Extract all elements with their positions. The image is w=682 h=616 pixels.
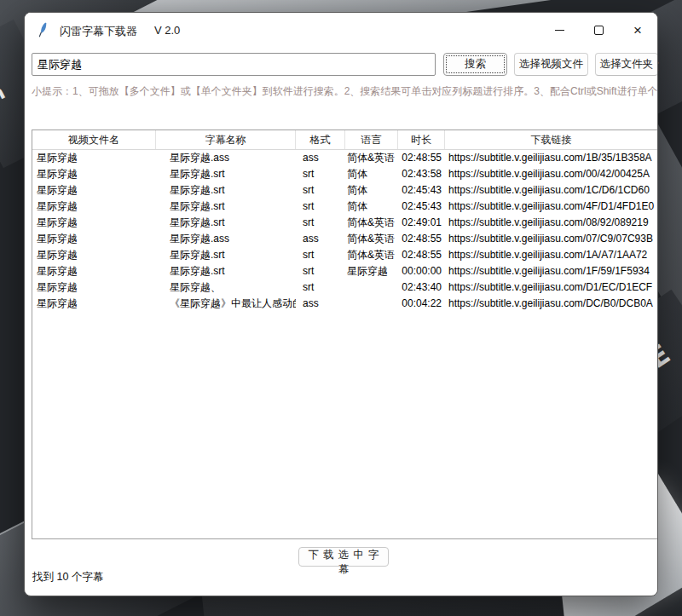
table-row[interactable]: 星际穿越 星际穿越.ass ass 简体&英语 02:48:55 https:/…: [32, 150, 657, 166]
cell-download-link: https://subtitle.v.geilijiasu.com/1A/A7/…: [445, 247, 657, 263]
cell-duration: 00:00:00: [398, 263, 445, 279]
cell-duration: 00:04:22: [398, 296, 445, 312]
column-header-language[interactable]: 语言: [345, 130, 398, 149]
cell-language: 简体&英语: [345, 215, 398, 231]
cell-video-filename: 星际穿越: [32, 215, 156, 231]
close-button[interactable]: ×: [618, 13, 657, 47]
cell-download-link: https://subtitle.v.geilijiasu.com/1F/59/…: [445, 263, 657, 279]
cell-subtitle-name: 星际穿越、: [156, 279, 296, 296]
cell-subtitle-name: 星际穿越.srt: [156, 199, 296, 215]
desktop: nea en err WE 闪雷字幕下载器 V 2.0 × 搜索 选择视频文件 …: [0, 0, 682, 616]
table-row[interactable]: 星际穿越 星际穿越.ass ass 简体&英语 02:48:55 https:/…: [32, 231, 657, 247]
cell-language: 简体&英语: [345, 231, 398, 247]
cell-video-filename: 星际穿越: [32, 247, 156, 263]
wallpaper-text: en: [0, 80, 9, 114]
cell-download-link: https://subtitle.v.geilijiasu.com/4F/D1/…: [445, 199, 657, 215]
cell-duration: 02:43:40: [398, 279, 445, 296]
table-row[interactable]: 星际穿越 《星际穿越》中最让人感动的, ass 00:04:22 https:/…: [32, 296, 657, 312]
cell-format: ass: [296, 296, 345, 312]
cell-format: srt: [296, 247, 345, 263]
cell-download-link: https://subtitle.v.geilijiasu.com/1B/35/…: [445, 150, 657, 166]
cell-language: 简体: [345, 182, 398, 199]
close-icon: ×: [633, 23, 642, 37]
cell-subtitle-name: 星际穿越.ass: [156, 150, 296, 166]
cell-duration: 02:45:43: [398, 182, 445, 199]
cell-video-filename: 星际穿越: [32, 296, 156, 312]
column-header-format[interactable]: 格式: [296, 130, 345, 149]
cell-subtitle-name: 星际穿越.srt: [156, 215, 296, 231]
column-header-video-filename[interactable]: 视频文件名: [32, 130, 156, 149]
search-input[interactable]: [32, 53, 436, 76]
table-row[interactable]: 星际穿越 星际穿越.srt srt 简体 02:45:43 https://su…: [32, 182, 657, 199]
cell-format: srt: [296, 215, 345, 231]
cell-subtitle-name: 星际穿越.srt: [156, 182, 296, 199]
table-row[interactable]: 星际穿越 星际穿越.srt srt 简体 02:45:43 https://su…: [32, 199, 657, 215]
cell-language: 简体&英语: [345, 150, 398, 166]
cell-duration: 02:48:55: [398, 150, 445, 166]
cell-subtitle-name: 星际穿越.srt: [156, 247, 296, 263]
minimize-icon: [555, 30, 564, 31]
cell-download-link: https://subtitle.v.geilijiasu.com/D1/EC/…: [445, 279, 657, 296]
cell-download-link: https://subtitle.v.geilijiasu.com/07/C9/…: [445, 231, 657, 247]
cell-language: [345, 279, 398, 296]
cell-language: 简体&英语: [345, 247, 398, 263]
column-header-duration[interactable]: 时长: [398, 130, 445, 149]
cell-video-filename: 星际穿越: [32, 182, 156, 199]
tips-text: 小提示：1、可拖放【多个文件】或【单个文件夹】到软件进行搜索。2、搜索结果可单击…: [32, 84, 658, 99]
search-button[interactable]: 搜索: [443, 53, 507, 76]
cell-format: ass: [296, 150, 345, 166]
app-window: 闪雷字幕下载器 V 2.0 × 搜索 选择视频文件 选择文件夹 小提示：1、可拖…: [24, 12, 658, 596]
cell-language: 简体: [345, 199, 398, 215]
cell-subtitle-name: 星际穿越.srt: [156, 166, 296, 182]
app-title: 闪雷字幕下载器: [60, 24, 137, 39]
maximize-icon: [594, 26, 604, 35]
table-row[interactable]: 星际穿越 星际穿越.srt srt 简体&英语 02:48:55 https:/…: [32, 247, 657, 263]
cell-format: srt: [296, 182, 345, 199]
table-body: 星际穿越 星际穿越.ass ass 简体&英语 02:48:55 https:/…: [32, 150, 657, 312]
cell-duration: 02:48:55: [398, 231, 445, 247]
select-folder-button[interactable]: 选择文件夹: [595, 53, 658, 76]
cell-subtitle-name: 《星际穿越》中最让人感动的,: [156, 296, 296, 312]
table-row[interactable]: 星际穿越 星际穿越、 srt 02:43:40 https://subtitle…: [32, 279, 657, 296]
cell-video-filename: 星际穿越: [32, 150, 156, 166]
cell-download-link: https://subtitle.v.geilijiasu.com/08/92/…: [445, 215, 657, 231]
cell-format: ass: [296, 231, 345, 247]
minimize-button[interactable]: [540, 13, 579, 47]
cell-download-link: https://subtitle.v.geilijiasu.com/DC/B0/…: [445, 296, 657, 312]
cell-video-filename: 星际穿越: [32, 231, 156, 247]
column-header-download-link[interactable]: 下载链接: [445, 130, 657, 149]
cell-duration: 02:43:58: [398, 166, 445, 182]
table-row[interactable]: 星际穿越 星际穿越.srt srt 星际穿越 00:00:00 https://…: [32, 263, 657, 279]
cell-duration: 02:45:43: [398, 199, 445, 215]
cell-video-filename: 星际穿越: [32, 263, 156, 279]
table-header: 视频文件名 字幕名称 格式 语言 时长 下载链接: [32, 130, 657, 150]
feather-app-icon: [36, 22, 49, 37]
cell-subtitle-name: 星际穿越.ass: [156, 231, 296, 247]
maximize-button[interactable]: [579, 13, 618, 47]
cell-format: srt: [296, 199, 345, 215]
cell-duration: 02:48:55: [398, 247, 445, 263]
cell-duration: 02:49:01: [398, 215, 445, 231]
column-header-subtitle-name[interactable]: 字幕名称: [156, 130, 296, 149]
cell-format: srt: [296, 166, 345, 182]
cell-format: srt: [296, 279, 345, 296]
cell-video-filename: 星际穿越: [32, 166, 156, 182]
cell-video-filename: 星际穿越: [32, 199, 156, 215]
cell-language: 简体: [345, 166, 398, 182]
cell-subtitle-name: 星际穿越.srt: [156, 263, 296, 279]
results-table: 视频文件名 字幕名称 格式 语言 时长 下载链接 星际穿越 星际穿越.ass a…: [32, 130, 658, 539]
cell-download-link: https://subtitle.v.geilijiasu.com/1C/D6/…: [445, 182, 657, 199]
cell-download-link: https://subtitle.v.geilijiasu.com/00/42/…: [445, 166, 657, 182]
select-video-file-button[interactable]: 选择视频文件: [514, 53, 588, 76]
table-row[interactable]: 星际穿越 星际穿越.srt srt 简体 02:43:58 https://su…: [32, 166, 657, 182]
status-text: 找到 10 个字幕: [32, 570, 103, 584]
titlebar[interactable]: 闪雷字幕下载器 V 2.0 ×: [25, 13, 657, 47]
table-row[interactable]: 星际穿越 星际穿越.srt srt 简体&英语 02:49:01 https:/…: [32, 215, 657, 231]
cell-language: 星际穿越: [345, 263, 398, 279]
download-selected-button[interactable]: 下载选中字幕: [298, 547, 389, 567]
app-version: V 2.0: [154, 24, 180, 37]
cell-video-filename: 星际穿越: [32, 279, 156, 296]
cell-format: srt: [296, 263, 345, 279]
cell-language: [345, 296, 398, 312]
